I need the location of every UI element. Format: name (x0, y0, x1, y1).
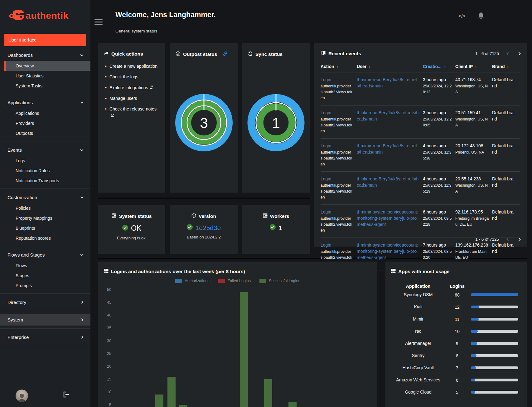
sidebar-item-system-tasks[interactable]: System Tasks (0, 81, 90, 91)
y-axis-tick-label: 15 (101, 377, 111, 381)
event-user-link[interactable]: tf-mimir-repo:BeryJu/k8s:ref:refs/heads/… (357, 143, 420, 155)
sidebar-item-policies[interactable]: Policies (0, 203, 90, 213)
event-user-link[interactable]: tf-loki-repo:BeryJu/k8s:ref:refs/heads/m… (357, 110, 420, 122)
sidebar-item-applications[interactable]: Applications (0, 108, 90, 118)
avatar[interactable] (16, 390, 28, 402)
sort-icon[interactable]: ↕ (475, 64, 477, 69)
sidebar-section-label: Events (7, 147, 22, 153)
chart-bar (288, 402, 297, 407)
quick-action-link[interactable]: Manage users (109, 95, 137, 102)
event-brand-cell: Default brand (492, 72, 517, 105)
sidebar-item-prompts[interactable]: Prompts (0, 281, 90, 291)
event-ip-cell: 20.51.159.41Washington, US, NA (455, 105, 492, 138)
chart-bar (155, 395, 163, 407)
chevron-down-icon (80, 53, 84, 56)
pagination-next-icon[interactable] (517, 52, 520, 55)
app-name: Mimir (393, 316, 443, 322)
app-usage-bar-cell (471, 330, 520, 333)
sidebar-item-logs[interactable]: Logs (0, 156, 90, 166)
logout-icon[interactable] (63, 391, 70, 399)
version-description: Based on 2024.2.2 (187, 235, 221, 239)
event-client-ip: 20.172.43.108 (455, 143, 489, 149)
column-label[interactable]: User (357, 64, 366, 69)
app-logins-count: 10 (443, 329, 471, 334)
quick-action-link[interactable]: Create a new application (109, 63, 157, 70)
column-label[interactable]: Brand (492, 64, 505, 69)
column-label[interactable]: Client IP (455, 64, 473, 69)
app-usage-row: Google Cloud5 (385, 386, 527, 398)
sidebar-item-providers[interactable]: Providers (0, 118, 90, 128)
sidebar: authentik User interface DashboardsOverv… (0, 0, 90, 407)
progress-track (471, 366, 518, 369)
notifications-bell-icon[interactable] (478, 12, 484, 20)
recent-events-title: Recent events (328, 51, 361, 56)
outpost-link-icon[interactable] (223, 51, 228, 57)
event-action-link[interactable]: Login (321, 176, 354, 182)
event-action-link[interactable]: Login (321, 76, 354, 83)
sidebar-section-customization[interactable]: Customization (0, 192, 90, 203)
sidebar-item-outposts[interactable]: Outposts (0, 128, 90, 138)
event-time-cell: 6 hours ago25/03/2024, 09:52:28 (423, 205, 455, 238)
sidebar-item-flows[interactable]: Flows (0, 261, 90, 271)
event-client-ip: 40.71.163.74 (455, 76, 489, 83)
event-action-link[interactable]: Login (321, 242, 354, 248)
quick-action-link[interactable]: Explore integrations (109, 84, 153, 91)
event-action-link[interactable]: Login (321, 143, 354, 149)
sync-status-title: Sync status (255, 51, 283, 57)
system-status-description: Everything is ok. (117, 236, 147, 240)
sidebar-item-property-mappings[interactable]: Property Mappings (0, 213, 90, 223)
y-axis-tick-label: 45 (101, 300, 111, 305)
sidebar-item-stages[interactable]: Stages (0, 271, 90, 281)
bullet-icon: • (105, 74, 107, 80)
sidebar-section-label: Directory (7, 300, 26, 305)
app-logins-count: 11 (443, 317, 471, 322)
sidebar-item-overview[interactable]: Overview (4, 61, 90, 71)
event-user-link[interactable]: tf-mimir-repo:BeryJu/k8s:ref:refs/heads/… (357, 76, 420, 89)
event-action-link[interactable]: Login (321, 209, 354, 215)
sort-icon[interactable]: ↕ (507, 64, 509, 69)
event-user-link[interactable]: tf-mimir-system:serviceaccount:monitorin… (357, 242, 420, 261)
pagination-prev-icon[interactable] (506, 238, 510, 241)
user-interface-button[interactable]: User interface (4, 34, 86, 46)
sidebar-section-system[interactable]: System (0, 314, 90, 326)
logo-keyring (10, 14, 13, 18)
y-axis-tick-label: 25 (101, 351, 111, 356)
apps-col-logins: Logins (443, 284, 471, 289)
sidebar-section-events[interactable]: Events (0, 144, 90, 156)
version-link[interactable]: 1e25d3e (196, 224, 221, 232)
pagination-next-icon[interactable] (517, 238, 520, 241)
app-usage-row: Alertmanager9 (385, 337, 527, 350)
sidebar-item-reputation-scores[interactable]: Reputation scores (0, 233, 90, 243)
pagination-prev-icon[interactable] (506, 52, 510, 55)
hamburger-menu-icon[interactable] (94, 19, 103, 26)
event-client-ip: 20.51.159.41 (455, 110, 489, 116)
sidebar-section-applications[interactable]: Applications (0, 97, 90, 108)
sort-icon[interactable]: ↕ (336, 64, 339, 69)
sort-ascending-icon[interactable]: ↑ (444, 64, 446, 69)
quick-action-link[interactable]: Check the logs (109, 74, 138, 80)
event-brand: Default brand (492, 143, 514, 155)
sidebar-section-directory[interactable]: Directory (0, 297, 90, 308)
event-user-link[interactable]: tf-loki-repo:BeryJu/k8s:ref:refs/heads/m… (357, 176, 420, 188)
event-user-cell: tf-loki-repo:BeryJu/k8s:ref:refs/heads/m… (357, 172, 423, 204)
share-arrow-icon (104, 51, 109, 57)
app-logins-count: 5 (443, 390, 471, 395)
progress-track (471, 318, 518, 321)
api-browser-icon[interactable]: </> (458, 13, 465, 19)
column-label[interactable]: Action (321, 64, 334, 69)
sort-icon[interactable]: ↕ (369, 64, 371, 69)
event-action-link[interactable]: Login (321, 110, 354, 116)
column-label[interactable]: Creatio... (423, 64, 442, 69)
quick-action-link[interactable]: Check the release notes (109, 106, 160, 119)
sidebar-section-enterprise[interactable]: Enterprise (0, 331, 90, 343)
sidebar-item-notification-rules[interactable]: Notification Rules (0, 166, 90, 176)
sidebar-section-dashboards[interactable]: Dashboards (0, 49, 90, 61)
sidebar-item-blueprints[interactable]: Blueprints (0, 223, 90, 233)
event-user-link[interactable]: tf-mimir-system:serviceaccount:monitorin… (357, 209, 420, 228)
sidebar-item-user-statistics[interactable]: User Statistics (0, 71, 90, 81)
sidebar-item-notification-transports[interactable]: Notification Transports (0, 176, 90, 186)
event-client-ip: 92.116.178.95 (455, 209, 489, 215)
chart-bar (264, 379, 272, 407)
sidebar-section-flows-and-stages[interactable]: Flows and Stages (0, 249, 90, 261)
progress-fill (471, 391, 475, 394)
